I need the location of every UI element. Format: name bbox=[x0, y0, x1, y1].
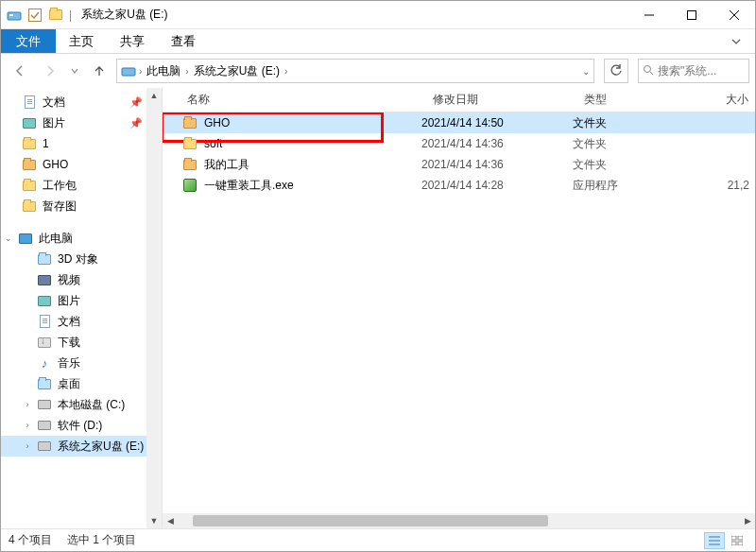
sidebar-item-label: 本地磁盘 (C:) bbox=[58, 397, 125, 413]
file-row[interactable]: 一键重装工具.exe2021/4/14 14:28应用程序21,2 bbox=[163, 175, 755, 196]
breadcrumb[interactable]: 此电脑 bbox=[145, 63, 182, 79]
folder-icon bbox=[22, 178, 37, 193]
sidebar-item-label: 桌面 bbox=[58, 376, 80, 392]
scroll-up-icon[interactable]: ▲ bbox=[146, 88, 162, 103]
ribbon-tab-home[interactable]: 主页 bbox=[56, 29, 107, 53]
svg-rect-13 bbox=[731, 536, 736, 540]
sidebar-item[interactable]: ›软件 (D:) bbox=[1, 415, 146, 436]
status-selected-count: 选中 1 个项目 bbox=[67, 532, 136, 548]
navigation-pane: 文档📌图片📌1GHO工作包暂存图⌄此电脑3D 对象视频图片文档下载♪音乐桌面›本… bbox=[1, 88, 163, 528]
window-title: 系统之家U盘 (E:) bbox=[81, 7, 167, 23]
svg-point-8 bbox=[644, 65, 651, 72]
application-icon bbox=[181, 177, 198, 194]
scrollbar-horizontal[interactable]: ◀ ▶ bbox=[163, 513, 755, 528]
titlebar: | 系统之家U盘 (E:) bbox=[1, 1, 755, 29]
drive-icon bbox=[7, 8, 22, 23]
file-row[interactable]: 我的工具2021/4/14 14:36文件夹 bbox=[163, 154, 755, 175]
column-header-size[interactable]: 大小 bbox=[692, 92, 755, 108]
address-dropdown-button[interactable]: ⌄ bbox=[582, 66, 590, 77]
file-date: 2021/4/14 14:36 bbox=[421, 137, 573, 150]
ribbon-tab-share[interactable]: 共享 bbox=[107, 29, 158, 53]
ribbon-expand-button[interactable] bbox=[717, 29, 755, 53]
download-icon bbox=[37, 335, 52, 350]
search-input[interactable] bbox=[658, 64, 733, 78]
sidebar-item[interactable]: 图片 bbox=[1, 290, 146, 311]
sidebar-item-label: 文档 bbox=[43, 95, 65, 111]
sidebar-item-label: 此电脑 bbox=[39, 231, 73, 247]
nav-back-button[interactable] bbox=[7, 58, 33, 84]
sidebar-item-label: 图片 bbox=[58, 293, 80, 309]
chevron-right-icon[interactable]: › bbox=[22, 399, 33, 410]
file-row[interactable]: GHO2021/4/14 14:50文件夹 bbox=[163, 112, 755, 133]
crumb-label: 此电脑 bbox=[146, 63, 180, 79]
sidebar-item[interactable]: GHO bbox=[1, 154, 146, 175]
sidebar-item[interactable]: ♪音乐 bbox=[1, 353, 146, 373]
breadcrumb[interactable]: 系统之家U盘 (E:) bbox=[192, 63, 282, 79]
scroll-thumb[interactable] bbox=[193, 515, 548, 526]
file-row[interactable]: soft2021/4/14 14:36文件夹 bbox=[163, 133, 755, 154]
nav-recent-button[interactable] bbox=[67, 58, 82, 84]
sidebar-item[interactable]: 文档📌 bbox=[1, 92, 146, 112]
sidebar-item[interactable]: 下载 bbox=[1, 332, 146, 353]
sidebar-item-label: 3D 对象 bbox=[58, 251, 98, 267]
sidebar-item[interactable]: 工作包 bbox=[1, 175, 146, 196]
column-header-date[interactable]: 修改日期 bbox=[427, 92, 578, 108]
nav-up-button[interactable] bbox=[86, 58, 112, 84]
maximize-button[interactable] bbox=[670, 1, 713, 29]
sidebar-item-label: 图片 bbox=[43, 115, 65, 131]
checkbox-icon[interactable] bbox=[27, 8, 43, 23]
refresh-button[interactable] bbox=[604, 59, 628, 83]
window-controls bbox=[627, 1, 755, 29]
sidebar-item-label: 文档 bbox=[58, 314, 80, 330]
sidebar-item[interactable]: ›本地磁盘 (C:) bbox=[1, 394, 146, 415]
sidebar-item-label: 下载 bbox=[58, 335, 80, 351]
folder-icon bbox=[22, 136, 37, 151]
titlebar-left: | 系统之家U盘 (E:) bbox=[1, 7, 167, 23]
nav-forward-button[interactable] bbox=[37, 58, 63, 84]
scroll-down-icon[interactable]: ▼ bbox=[146, 513, 162, 528]
chevron-right-icon[interactable]: › bbox=[284, 66, 287, 77]
svg-rect-7 bbox=[122, 68, 135, 76]
view-details-button[interactable] bbox=[704, 532, 725, 549]
sidebar-item[interactable]: 1 bbox=[1, 133, 146, 154]
crumb-label: 系统之家U盘 (E:) bbox=[194, 63, 280, 79]
sidebar-item[interactable]: 3D 对象 bbox=[1, 249, 146, 269]
close-button[interactable] bbox=[713, 1, 755, 29]
file-type: 应用程序 bbox=[573, 178, 686, 194]
sidebar-item[interactable]: 图片📌 bbox=[1, 112, 146, 133]
svg-rect-15 bbox=[731, 542, 736, 545]
chevron-right-icon[interactable]: › bbox=[139, 66, 142, 77]
ribbon-file-tab[interactable]: 文件 bbox=[1, 29, 56, 53]
ribbon-tab-view[interactable]: 查看 bbox=[158, 29, 209, 53]
sidebar-item[interactable]: 暂存图 bbox=[1, 196, 146, 216]
scroll-left-icon[interactable]: ◀ bbox=[163, 513, 178, 528]
file-rows: GHO2021/4/14 14:50文件夹soft2021/4/14 14:36… bbox=[163, 112, 755, 513]
chevron-down-icon[interactable]: ⌄ bbox=[3, 233, 14, 244]
music-icon: ♪ bbox=[37, 355, 52, 371]
scrollbar-vertical[interactable]: ▲ ▼ bbox=[146, 88, 162, 528]
search-icon bbox=[643, 64, 654, 78]
chevron-right-icon[interactable]: › bbox=[22, 440, 33, 452]
view-icons-button[interactable] bbox=[727, 532, 747, 549]
sidebar-item[interactable]: 文档 bbox=[1, 311, 146, 332]
minimize-button[interactable] bbox=[627, 1, 670, 29]
picture-icon bbox=[22, 115, 37, 130]
sidebar-item[interactable]: ›系统之家U盘 (E:) bbox=[1, 436, 146, 457]
chevron-right-icon[interactable]: › bbox=[185, 66, 188, 77]
sidebar-item[interactable]: 视频 bbox=[1, 269, 146, 290]
svg-rect-14 bbox=[738, 536, 743, 540]
sidebar-item-label: 软件 (D:) bbox=[58, 418, 102, 434]
sidebar-item-this-pc[interactable]: ⌄此电脑 bbox=[1, 228, 146, 249]
file-name: GHO bbox=[204, 116, 230, 129]
search-box[interactable] bbox=[638, 59, 749, 83]
document-icon bbox=[37, 314, 52, 329]
scroll-right-icon[interactable]: ▶ bbox=[740, 513, 755, 528]
column-header-type[interactable]: 类型 bbox=[578, 92, 692, 108]
address-bar[interactable]: › 此电脑 › 系统之家U盘 (E:) › ⌄ bbox=[116, 59, 594, 83]
column-header-name[interactable]: 名称 bbox=[181, 92, 427, 108]
sidebar-item-label: 系统之家U盘 (E:) bbox=[58, 439, 144, 455]
sidebar-item[interactable]: 桌面 bbox=[1, 373, 146, 394]
folder-icon bbox=[181, 156, 198, 173]
svg-rect-16 bbox=[738, 542, 743, 545]
chevron-right-icon[interactable]: › bbox=[22, 420, 33, 431]
